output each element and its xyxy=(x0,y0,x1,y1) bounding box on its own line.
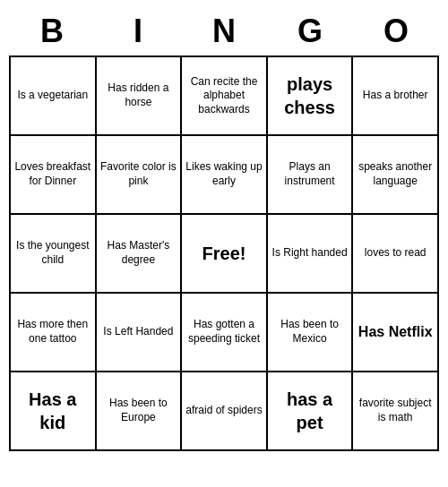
cell-3: plays chess xyxy=(268,57,354,136)
cell-18: Has been to Mexico xyxy=(268,294,354,372)
cell-2: Can recite the alphabet backwards xyxy=(182,57,268,136)
bingo-card: BINGO Is a vegetarianHas ridden a horseC… xyxy=(9,9,439,451)
header-letter-g: G xyxy=(267,9,353,54)
cell-text-4: Has a brother xyxy=(363,89,428,103)
header-letter-b: B xyxy=(9,9,95,54)
cell-text-10: Is the youngest child xyxy=(14,239,91,267)
cell-text-18: Has been to Mexico xyxy=(271,318,349,346)
bingo-header: BINGO xyxy=(9,9,439,54)
cell-text-3: plays chess xyxy=(271,73,349,119)
cell-10: Is the youngest child xyxy=(11,215,97,294)
cell-11: Has Master's degree xyxy=(97,215,183,294)
cell-text-24: favorite subject is math xyxy=(357,397,434,424)
cell-text-0: Is a vegetarian xyxy=(17,89,88,103)
cell-15: Has more then one tattoo xyxy=(11,294,97,372)
cell-19: Has Netflix xyxy=(353,294,439,372)
cell-text-23: has a pet xyxy=(271,388,349,434)
cell-9: speaks another language xyxy=(353,136,439,215)
cell-8: Plays an instrument xyxy=(268,136,354,215)
cell-text-16: Is Left Handed xyxy=(103,325,173,339)
cell-text-14: loves to read xyxy=(365,246,426,261)
cell-text-6: Favorite color is pink xyxy=(100,160,177,188)
cell-5: Loves breakfast for Dinner xyxy=(11,136,97,215)
cell-0: Is a vegetarian xyxy=(11,57,97,136)
cell-text-15: Has more then one tattoo xyxy=(14,318,91,346)
cell-21: Has been to Europe xyxy=(97,372,183,451)
cell-20: Has a kid xyxy=(11,372,97,451)
cell-text-17: Has gotten a speeding ticket xyxy=(185,318,263,346)
header-letter-o: O xyxy=(353,9,439,54)
cell-4: Has a brother xyxy=(353,57,439,136)
cell-text-13: Is Right handed xyxy=(272,246,348,261)
cell-text-8: Plays an instrument xyxy=(271,160,349,188)
cell-text-2: Can recite the alphabet backwards xyxy=(185,75,263,117)
cell-text-20: Has a kid xyxy=(14,388,91,434)
cell-7: Likes waking up early xyxy=(182,136,268,215)
cell-23: has a pet xyxy=(268,372,354,451)
cell-17: Has gotten a speeding ticket xyxy=(182,294,268,372)
bingo-grid: Is a vegetarianHas ridden a horseCan rec… xyxy=(9,56,439,451)
cell-text-5: Loves breakfast for Dinner xyxy=(14,160,91,188)
cell-text-9: speaks another language xyxy=(357,160,434,188)
cell-text-22: afraid of spiders xyxy=(185,404,262,418)
header-letter-i: I xyxy=(95,9,181,54)
cell-16: Is Left Handed xyxy=(97,294,183,372)
header-letter-n: N xyxy=(181,9,267,54)
cell-text-11: Has Master's degree xyxy=(100,239,177,267)
cell-22: afraid of spiders xyxy=(182,372,268,451)
cell-text-7: Likes waking up early xyxy=(185,160,263,188)
cell-text-21: Has been to Europe xyxy=(100,397,177,424)
cell-6: Favorite color is pink xyxy=(97,136,183,215)
cell-text-1: Has ridden a horse xyxy=(100,81,177,109)
cell-12: Free! xyxy=(182,215,268,294)
cell-text-19: Has Netflix xyxy=(358,323,433,342)
cell-text-12: Free! xyxy=(202,242,246,265)
cell-24: favorite subject is math xyxy=(353,372,439,451)
cell-14: loves to read xyxy=(353,215,439,294)
cell-1: Has ridden a horse xyxy=(97,57,183,136)
cell-13: Is Right handed xyxy=(268,215,354,294)
